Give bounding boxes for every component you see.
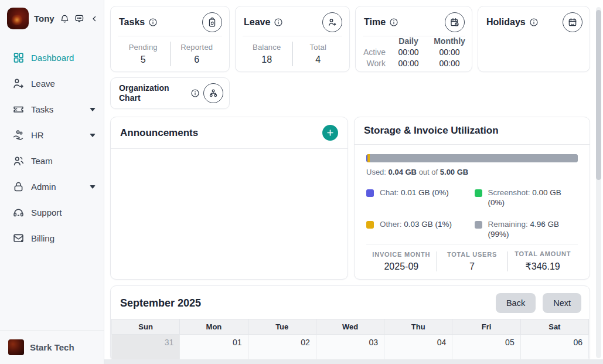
sidebar-header: Tony <box>0 0 104 39</box>
sidebar-item-label: Dashboard <box>31 53 74 63</box>
notifications-bell-icon[interactable] <box>60 12 70 25</box>
total-amount-label: TOTAL AMOUNT <box>507 250 578 257</box>
vertical-scrollbar[interactable] <box>596 7 601 358</box>
sidebar: Tony <box>0 0 104 364</box>
work-row-label: Work <box>357 59 388 68</box>
panels-row: Announcements Storage & Invoice Utilizat… <box>110 117 590 280</box>
weekday-sun: Sun <box>112 319 180 335</box>
weekday-sat: Sat <box>520 319 588 335</box>
announcements-title: Announcements <box>120 127 198 139</box>
dashboard-icon <box>12 52 25 64</box>
company-name: Stark Tech <box>30 342 74 352</box>
people-icon <box>12 155 25 167</box>
leave-person-arrow-button[interactable] <box>322 12 342 32</box>
sidebar-item-billing[interactable]: Billing <box>0 227 104 249</box>
horizontal-scrollbar[interactable] <box>104 359 603 364</box>
sidebar-item-leave[interactable]: Leave <box>0 73 104 94</box>
announcements-empty-body <box>111 149 348 279</box>
tasks-clipboard-button[interactable] <box>202 12 222 32</box>
sidebar-item-label: Leave <box>31 79 55 89</box>
calendar-day-cell[interactable]: 03 <box>316 335 384 362</box>
reported-label: Reported <box>171 43 224 52</box>
user-avatar[interactable] <box>7 8 29 29</box>
time-card: Time Da <box>355 6 472 72</box>
username: Tony <box>34 13 54 23</box>
sidebar-item-team[interactable]: Team <box>0 150 104 172</box>
invoice-summary-row: INVOICE MONTH 2025-09 TOTAL USERS 7 TOTA… <box>366 244 578 279</box>
org-chart-hierarchy-button[interactable] <box>203 83 223 103</box>
pending-label: Pending <box>117 43 170 52</box>
info-icon[interactable] <box>389 18 398 27</box>
active-monthly-value: 00:00 <box>429 47 470 57</box>
company-logo <box>8 339 24 355</box>
calendar-table: Sun Mon Tue Wed Thu Fri Sat 31 01 02 03 <box>111 319 589 362</box>
info-icon[interactable] <box>190 89 200 98</box>
calendar-back-button[interactable]: Back <box>496 293 536 313</box>
legend-item-other: Other: 0.03 GB (1%) <box>366 220 470 240</box>
weekday-fri: Fri <box>452 319 520 335</box>
balance-value: 18 <box>241 55 292 65</box>
info-icon[interactable] <box>529 18 539 27</box>
pending-value: 5 <box>117 55 170 65</box>
main-content: Tasks Pending <box>104 0 603 364</box>
chevron-down-icon <box>90 108 96 111</box>
sidebar-item-label: HR <box>31 130 44 140</box>
sidebar-item-label: Billing <box>31 233 54 243</box>
other-swatch <box>366 221 374 229</box>
sidebar-item-admin[interactable]: Admin <box>0 176 104 198</box>
organization-chart-title: Organization Chart <box>119 83 183 104</box>
work-monthly-value: 00:00 <box>429 59 470 68</box>
ticket-icon <box>12 103 25 115</box>
lock-icon <box>12 181 25 193</box>
holidays-calendar-button[interactable] <box>563 12 582 32</box>
storage-used-text: Used: 0.04 GB out of 5.00 GB <box>366 168 578 176</box>
total-users-label: TOTAL USERS <box>437 251 507 258</box>
sidebar-item-hr[interactable]: HR <box>0 124 104 146</box>
summary-cards-row: Tasks Pending <box>110 6 590 72</box>
holidays-card: Holidays <box>478 6 590 72</box>
calendar-day-cell[interactable]: 05 <box>452 335 520 362</box>
storage-invoice-card: Storage & Invoice Utilization Used: 0.04… <box>354 117 590 280</box>
remaining-bar-segment <box>370 154 578 162</box>
screenshot-swatch <box>475 189 482 197</box>
person-arrow-icon <box>12 77 25 90</box>
calendar-day-cell[interactable]: 31 <box>112 335 180 362</box>
calendar-day-cell[interactable]: 04 <box>384 335 452 362</box>
work-daily-value: 00:00 <box>390 59 427 68</box>
invoice-month-label: INVOICE MONTH <box>366 251 437 258</box>
sidebar-item-label: Admin <box>31 182 56 192</box>
legend-item-remaining: Remaining: 4.96 GB (99%) <box>475 220 578 240</box>
weekday-tue: Tue <box>248 319 316 335</box>
calendar-day-cell[interactable]: 01 <box>180 335 248 362</box>
time-calendar-clock-button[interactable] <box>445 12 465 32</box>
organization-chart-card[interactable]: Organization Chart <box>110 77 230 109</box>
tasks-card-title: Tasks <box>119 17 145 28</box>
reported-value: 6 <box>171 55 224 65</box>
calendar-next-button[interactable]: Next <box>543 293 581 313</box>
info-icon[interactable] <box>148 18 158 27</box>
calendar-day-cell[interactable]: 06 <box>520 335 588 362</box>
company-footer: Stark Tech <box>0 330 104 364</box>
invoice-month-value: 2025-09 <box>366 261 437 272</box>
add-announcement-button[interactable] <box>322 125 338 141</box>
weekday-thu: Thu <box>384 319 452 335</box>
active-row-label: Active <box>357 47 388 57</box>
collapse-sidebar-icon[interactable] <box>91 14 98 23</box>
info-icon[interactable] <box>274 18 283 27</box>
sidebar-item-label: Support <box>31 207 62 217</box>
chat-bubble-icon[interactable] <box>74 12 84 25</box>
balance-label: Balance <box>241 43 292 52</box>
app-root: Tony <box>0 0 603 364</box>
vertical-scrollbar-thumb[interactable] <box>596 10 601 180</box>
sidebar-item-label: Tasks <box>31 104 53 114</box>
time-table: Daily Monthly Active 00:00 00:00 Work 00… <box>357 36 470 72</box>
sidebar-item-support[interactable]: Support <box>0 202 104 223</box>
chat-swatch <box>366 189 374 197</box>
sidebar-item-tasks[interactable]: Tasks <box>0 98 104 120</box>
tasks-card: Tasks Pending <box>110 6 230 72</box>
leave-card-title: Leave <box>244 17 270 28</box>
sidebar-item-label: Team <box>31 156 53 166</box>
sidebar-item-dashboard[interactable]: Dashboard <box>0 47 104 69</box>
leave-card: Leave Balance <box>235 6 350 72</box>
calendar-day-cell[interactable]: 02 <box>248 335 316 362</box>
